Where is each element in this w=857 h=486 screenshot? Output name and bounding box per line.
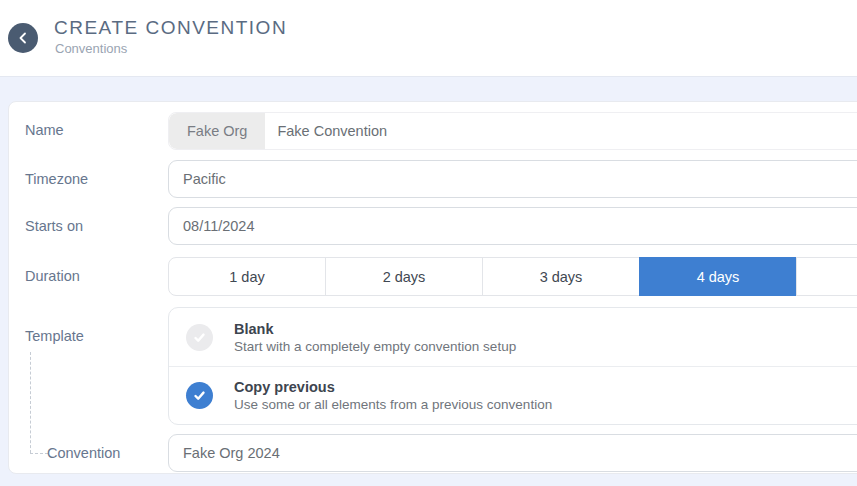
duration-option-1-day[interactable]: 1 day [168,257,326,296]
template-option-copy-previous[interactable]: Copy previous Use some or all elements f… [169,366,857,424]
name-org-prefix: Fake Org [169,113,265,149]
duration-option-4-days[interactable]: 4 days [639,257,797,296]
template-field-label: Template [25,328,84,344]
convention-name-input[interactable] [265,113,857,149]
page-title: CREATE CONVENTION [54,17,287,39]
tree-connector-vertical [30,352,31,453]
page-background: Name Fake Org Timezone Starts on Duratio… [0,76,857,486]
check-icon [186,382,213,409]
check-icon [186,324,213,351]
previous-convention-input[interactable] [168,434,857,472]
duration-button-group: 1 day 2 days 3 days 4 days [168,257,857,296]
page-header: CREATE CONVENTION Conventions [0,0,857,76]
tree-connector-horizontal [30,453,48,454]
breadcrumb: Conventions [55,41,127,56]
starts-on-date-input[interactable] [168,207,857,245]
timezone-input[interactable] [168,160,857,198]
chevron-left-icon [17,32,29,44]
create-convention-form-card: Name Fake Org Timezone Starts on Duratio… [8,101,857,474]
duration-field-label: Duration [25,268,80,284]
template-option-description: Start with a completely empty convention… [234,338,516,355]
name-field-label: Name [25,122,64,138]
template-option-description: Use some or all elements from a previous… [234,396,552,413]
template-option-title: Blank [234,320,516,338]
duration-option-2-days[interactable]: 2 days [325,257,483,296]
template-option-list: Blank Start with a completely empty conv… [168,307,857,425]
starts-on-field-label: Starts on [25,218,83,234]
template-option-blank[interactable]: Blank Start with a completely empty conv… [169,308,857,366]
duration-option-3-days[interactable]: 3 days [482,257,640,296]
duration-option-clipped[interactable] [796,257,857,296]
back-button[interactable] [8,23,38,53]
timezone-field-label: Timezone [25,171,88,187]
template-option-title: Copy previous [234,378,552,396]
convention-field-label: Convention [47,445,120,461]
name-input-group: Fake Org [168,112,857,150]
